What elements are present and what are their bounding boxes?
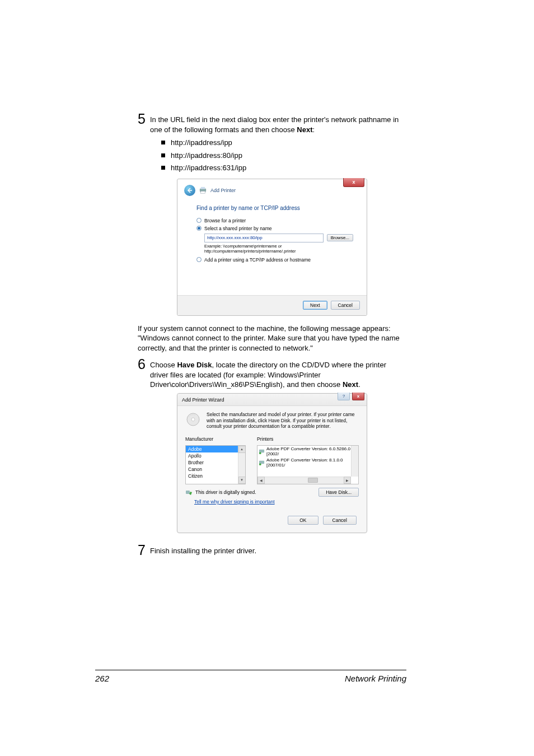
signed-row: This driver is digitally signed. Have Di… xyxy=(177,487,367,496)
url-input[interactable]: http://xxx.xxx.xxx.xxx:80/ipp xyxy=(204,234,324,242)
list-item[interactable]: Citizen xyxy=(186,473,245,479)
ok-button[interactable]: OK xyxy=(288,516,318,525)
scroll-left-icon[interactable]: ◀ xyxy=(257,477,265,484)
url-format-list: http://ipaddress/ipp http://ipaddress:80… xyxy=(161,138,406,173)
close-button[interactable]: x xyxy=(343,178,364,187)
step-7: 7 Finish installing the printer driver. xyxy=(138,543,406,557)
arrow-left-icon xyxy=(187,188,193,193)
scrollbar[interactable]: ◀ ▶ xyxy=(257,477,351,484)
list-item: http://ipaddress/ipp xyxy=(161,138,406,148)
radio-icon xyxy=(196,226,202,231)
list-item[interactable]: Adobe xyxy=(186,446,245,452)
radio-browse[interactable]: Browse for a printer xyxy=(196,218,353,223)
svg-rect-2 xyxy=(201,192,205,194)
cancel-button[interactable]: Cancel xyxy=(331,301,360,310)
svg-rect-9 xyxy=(186,491,190,494)
add-printer-dialog: x Add Printer Find a printer by name or … xyxy=(177,179,367,316)
close-icon: x xyxy=(352,179,355,185)
step-6-text: Choose Have Disk, locate the directory o… xyxy=(150,357,406,390)
add-printer-wizard-dialog: Add Printer Wizard ? x Select the manufa… xyxy=(177,393,367,533)
scroll-thumb[interactable] xyxy=(308,478,318,483)
dialog-titlebar: Add Printer xyxy=(177,179,367,198)
radio-tcpip[interactable]: Add a printer using a TCP/IP address or … xyxy=(196,257,353,263)
list-item[interactable]: Adobe PDF Converter Version: 8.1.0.0 [20… xyxy=(257,457,358,468)
column-header: Manufacturer xyxy=(185,436,213,442)
list-item[interactable]: Brother xyxy=(186,459,245,466)
radio-icon xyxy=(196,257,202,262)
printer-cert-icon xyxy=(259,459,265,465)
radio-icon xyxy=(196,218,202,223)
page-number: 262 xyxy=(95,674,109,683)
browse-button[interactable]: Browse... xyxy=(327,234,353,241)
dialog-title: Add Printer Wizard xyxy=(182,397,224,403)
column-header: Printers xyxy=(257,436,273,442)
scroll-down-icon[interactable]: ▼ xyxy=(238,477,246,484)
cannot-connect-text: If your system cannot connect to the mac… xyxy=(138,324,406,353)
have-disk-button[interactable]: Have Disk... xyxy=(318,488,359,497)
dialog-description: Select the manufacturer and model of you… xyxy=(207,412,359,430)
radio-shared-name[interactable]: Select a shared printer by name xyxy=(196,226,353,231)
list-item: http://ipaddress:631/ipp xyxy=(161,163,406,173)
step-number: 5 xyxy=(138,112,148,126)
list-item[interactable]: Apollo xyxy=(186,452,245,459)
step-number: 6 xyxy=(138,357,148,371)
help-button[interactable]: ? xyxy=(338,393,350,400)
step-number: 7 xyxy=(138,543,148,557)
disk-icon xyxy=(185,412,201,427)
manufacturer-list[interactable]: Adobe Apollo Brother Canon Citizen ▲ ▼ xyxy=(185,445,246,484)
step-7-text: Finish installing the printer driver. xyxy=(150,543,406,556)
shield-icon xyxy=(185,489,192,496)
close-button[interactable]: x xyxy=(352,393,364,400)
dialog-titlebar: Add Printer Wizard ? x xyxy=(177,394,367,406)
printer-cert-icon xyxy=(259,448,265,454)
scroll-up-icon[interactable]: ▲ xyxy=(238,446,246,453)
list-item[interactable]: Canon xyxy=(186,466,245,473)
svg-point-6 xyxy=(259,452,261,455)
example-text: Example: \\computername\printername or h… xyxy=(204,244,353,254)
step-5-text: In the URL field in the next dialog box … xyxy=(150,112,406,134)
scrollbar-corner xyxy=(351,446,358,477)
signing-info-link[interactable]: Tell me why driver signing is important xyxy=(194,499,275,505)
list-item[interactable]: Adobe PDF Converter Version: 6.0.5286.0 … xyxy=(257,446,358,457)
printer-icon xyxy=(199,186,207,194)
step-6: 6 Choose Have Disk, locate the directory… xyxy=(138,357,406,390)
svg-point-4 xyxy=(191,418,195,421)
printers-list[interactable]: Adobe PDF Converter Version: 6.0.5286.0 … xyxy=(257,445,359,484)
scroll-right-icon[interactable]: ▶ xyxy=(344,477,351,484)
breadcrumb: Add Printer xyxy=(210,188,236,193)
section-title: Network Printing xyxy=(345,674,406,683)
svg-point-8 xyxy=(259,464,261,466)
scrollbar[interactable]: ▲ ▼ xyxy=(238,446,245,484)
back-button[interactable] xyxy=(184,185,195,196)
cancel-button[interactable]: Cancel xyxy=(323,516,357,525)
page-footer: 262 Network Printing xyxy=(95,670,406,683)
step-5: 5 In the URL field in the next dialog bo… xyxy=(138,112,406,134)
list-item: http://ipaddress:80/ipp xyxy=(161,151,406,161)
next-button[interactable]: Next xyxy=(303,301,327,310)
dialog-heading: Find a printer by name or TCP/IP address xyxy=(196,205,353,211)
svg-rect-1 xyxy=(201,187,205,189)
